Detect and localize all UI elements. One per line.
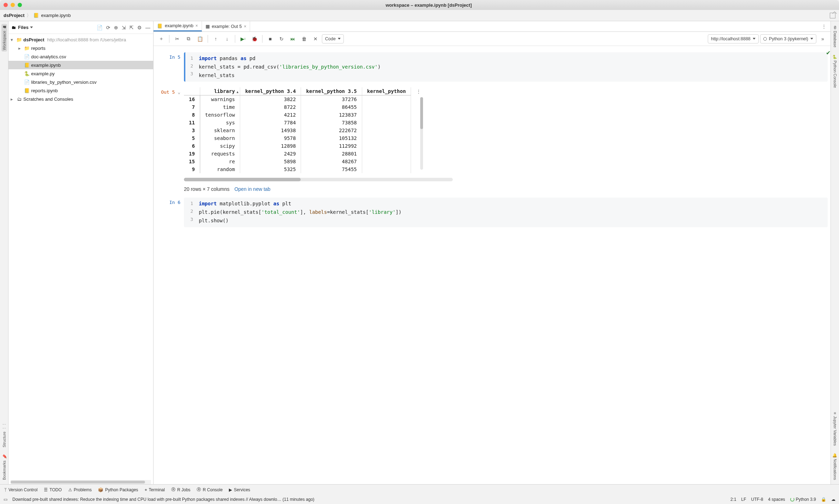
debug-cell-button[interactable]: 🐞 <box>249 34 259 44</box>
terminal-tab[interactable]: ⌖ Terminal <box>145 487 165 492</box>
collapse-output-icon[interactable]: ⌄ <box>178 89 180 95</box>
collapse-all-icon[interactable]: ⇱ <box>129 25 134 30</box>
project-scope-selector[interactable]: Files <box>18 25 33 30</box>
expand-all-icon[interactable]: ⇲ <box>122 25 126 30</box>
cut-button[interactable]: ✂ <box>172 34 182 44</box>
tree-file[interactable]: 📄doc-analytics.csv <box>8 52 153 61</box>
editor-tab-example-ipynb[interactable]: 📒 example.ipynb × <box>154 21 202 31</box>
close-tab-icon[interactable]: × <box>196 23 198 28</box>
paste-button[interactable]: 📋 <box>195 34 205 44</box>
caret-position[interactable]: 2:1 <box>730 497 736 502</box>
code-text[interactable]: import pandas as pd kernel_stats = pd.re… <box>195 52 828 82</box>
move-up-button[interactable]: ↑ <box>211 34 221 44</box>
jupyter-variables-tool-tab[interactable]: ≡Jupyter Variables <box>832 411 838 447</box>
minimize-window-button[interactable] <box>11 3 15 7</box>
tree-file[interactable]: 📒reports.ipynb <box>8 86 153 95</box>
df-header-library[interactable]: library <box>200 87 240 95</box>
tree-file-selected[interactable]: 📒example.ipynb <box>8 61 153 69</box>
ide-status-icon[interactable]: ☁ <box>831 497 835 502</box>
code-block[interactable]: 123 import pandas as pd kernel_stats = p… <box>184 52 828 82</box>
code-block[interactable]: 123 import matplotlib.pyplot as plt plt.… <box>184 198 828 227</box>
project-tree[interactable]: ▾📁 dsProject http://localhost:8888 from … <box>8 34 153 480</box>
status-icon[interactable]: ▭ <box>4 497 7 502</box>
settings-icon[interactable]: ⚙ <box>137 25 142 30</box>
table-row[interactable]: 19requests242928801 <box>184 150 411 158</box>
df-header-c34[interactable]: kernel_python 3.4 <box>240 87 301 95</box>
tree-folder-reports[interactable]: ▸📁reports <box>8 44 153 52</box>
dataframe-table[interactable]: library kernel_python 3.4 kernel_python … <box>184 87 411 173</box>
python-packages-tab[interactable]: 📦 Python Packages <box>98 487 138 492</box>
workspace-tool-tab[interactable]: Workspace🖿 <box>1 24 7 52</box>
status-message[interactable]: Download pre-built shared indexes: Reduc… <box>12 497 725 502</box>
table-row[interactable]: 7time872286455 <box>184 103 411 111</box>
interpreter-widget[interactable]: Python 3.9 <box>790 497 816 502</box>
delete-cell-button[interactable]: 🗑 <box>299 34 309 44</box>
cell-type-selector[interactable]: Code <box>322 34 344 43</box>
lock-icon[interactable]: 🔒 <box>821 497 826 502</box>
add-cell-button[interactable]: ＋ <box>156 34 166 44</box>
refresh-icon[interactable]: ⟳ <box>106 25 110 30</box>
inspection-ok-icon[interactable]: ✔ <box>826 49 831 56</box>
jupyter-server-selector[interactable]: http://localhost:8888 <box>708 34 759 43</box>
bookmarks-tool-tab[interactable]: Bookmarks🔖 <box>1 453 7 481</box>
table-row[interactable]: 16warnings382237276 <box>184 95 411 104</box>
cell-in-6[interactable]: In 6 123 import matplotlib.pyplot as plt… <box>156 198 828 227</box>
file-encoding[interactable]: UTF-8 <box>751 497 763 502</box>
services-tab[interactable]: ▶ Services <box>229 487 250 492</box>
notifications-tool-tab[interactable]: 🔔Notifications <box>832 451 838 481</box>
hide-tool-windows-icon[interactable] <box>830 13 835 18</box>
table-row[interactable]: 3sklearn14938222672 <box>184 127 411 134</box>
move-down-button[interactable]: ↓ <box>222 34 232 44</box>
tabs-menu-icon[interactable]: ⋮ <box>820 21 828 31</box>
kernel-selector[interactable]: Python 3 (ipykernel) <box>760 34 816 43</box>
tree-scratches[interactable]: ▸🗂Scratches and Consoles <box>8 95 153 103</box>
df-header-c36[interactable]: kernel_python <box>362 87 411 95</box>
df-header-c35[interactable]: kernel_python 3.5 <box>301 87 362 95</box>
todo-tab[interactable]: ☰ TODO <box>44 487 62 492</box>
dataframe-output[interactable]: library kernel_python 3.4 kernel_python … <box>184 87 411 173</box>
restart-kernel-button[interactable]: ↻ <box>277 34 287 44</box>
table-row[interactable]: 9random532575455 <box>184 165 411 173</box>
table-row[interactable]: 6scipy12898112992 <box>184 142 411 150</box>
table-row[interactable]: 5seaborn9578105132 <box>184 134 411 142</box>
tree-root[interactable]: ▾📁 dsProject http://localhost:8888 from … <box>8 35 153 44</box>
close-tab-icon[interactable]: × <box>244 24 246 29</box>
open-in-new-tab-link[interactable]: Open in new tab <box>235 186 271 192</box>
line-separator[interactable]: LF <box>741 497 746 502</box>
notebook-body[interactable]: ✔ In 5 123 import pandas as pd kernel_st… <box>154 46 831 484</box>
locate-icon[interactable]: ⊕ <box>114 25 118 30</box>
run-all-button[interactable]: ⏭ <box>288 34 298 44</box>
stop-button[interactable]: ■ <box>265 34 275 44</box>
hide-pane-icon[interactable]: — <box>145 25 150 30</box>
zoom-window-button[interactable] <box>18 3 22 7</box>
table-row[interactable]: 11sys778473858 <box>184 119 411 127</box>
database-tool-tab[interactable]: 🛢Database <box>832 24 838 49</box>
new-file-icon[interactable]: 📄 <box>97 25 103 30</box>
structure-tool-tab[interactable]: Structure⋮⋮ <box>1 421 7 449</box>
more-toolbar-icon[interactable]: » <box>818 34 828 44</box>
project-horizontal-scrollbar[interactable] <box>11 480 151 484</box>
python-console-tool-tab[interactable]: 🐍Python Console <box>832 53 838 89</box>
run-cell-button[interactable]: ▶I <box>238 34 248 44</box>
table-row[interactable]: 15re589848267 <box>184 158 411 165</box>
breadcrumb-file[interactable]: example.ipynb <box>41 13 71 18</box>
cell-in-5[interactable]: In 5 123 import pandas as pd kernel_stat… <box>156 52 828 82</box>
dataframe-horizontal-scrollbar[interactable] <box>184 178 453 181</box>
code-text[interactable]: import matplotlib.pyplot as plt plt.pie(… <box>195 198 828 227</box>
copy-button[interactable]: ⧉ <box>184 34 193 44</box>
tree-file[interactable]: 🐍example.py <box>8 69 153 78</box>
tree-file[interactable]: 📄libraries_by_python_version.csv <box>8 78 153 86</box>
table-row[interactable]: 8tensorflow4212123837 <box>184 111 411 119</box>
df-header-index[interactable] <box>184 87 200 95</box>
problems-tab[interactable]: ⚠ Problems <box>68 487 92 492</box>
editor-tab-output[interactable]: ▦ example: Out 5 × <box>202 21 250 31</box>
r-jobs-tab[interactable]: Ⓡ R Jobs <box>171 487 190 493</box>
clear-output-button[interactable]: ✕ <box>311 34 320 44</box>
dataframe-vertical-scrollbar[interactable] <box>420 97 423 170</box>
breadcrumb-project[interactable]: dsProject <box>4 13 24 18</box>
version-control-tab[interactable]: ᛘ Version Control <box>4 487 37 492</box>
dataframe-menu-icon[interactable]: ⋮ <box>416 89 421 94</box>
close-window-button[interactable] <box>4 3 8 7</box>
r-console-tab[interactable]: Ⓡ R Console <box>197 487 222 493</box>
indent-setting[interactable]: 4 spaces <box>768 497 785 502</box>
